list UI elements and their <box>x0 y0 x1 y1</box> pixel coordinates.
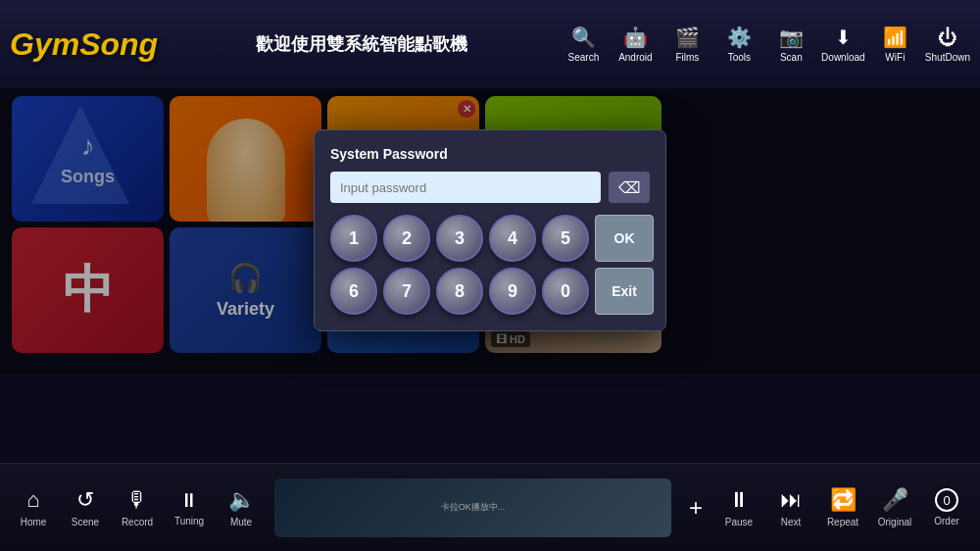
modal-overlay: System Password ⌫ 1 2 3 4 5 OK 6 7 8 9 0 <box>0 88 980 373</box>
mute-icon: 🔈 <box>228 487 255 513</box>
numpad-4[interactable]: 4 <box>489 215 536 262</box>
wifi-label: WiFi <box>885 52 905 63</box>
wifi-icon: 📶 <box>883 25 907 49</box>
home-button[interactable]: ⌂ Home <box>10 487 57 527</box>
search-icon: 🔍 <box>571 25 596 49</box>
original-icon: 🎤 <box>882 487 908 513</box>
order-icon: 0 <box>935 488 958 512</box>
app-logo: GymSong <box>10 26 158 63</box>
record-button[interactable]: 🎙 Record <box>114 487 161 527</box>
numpad-0[interactable]: 0 <box>542 268 589 315</box>
top-bar: GymSong 歡迎使用雙系統智能點歌機 🔍 Search 🤖 Android … <box>0 0 980 88</box>
original-label: Original <box>878 517 911 527</box>
bottom-bar: ⌂ Home ↺ Scene 🎙 Record ⏸ Tuning 🔈 Mute … <box>0 463 980 551</box>
now-playing-text: 卡拉OK播放中... <box>274 478 671 537</box>
tools-icon: ⚙️ <box>727 25 752 49</box>
home-icon: ⌂ <box>26 487 39 513</box>
system-password-modal: System Password ⌫ 1 2 3 4 5 OK 6 7 8 9 0 <box>314 129 666 331</box>
next-button[interactable]: ⏭ Next <box>767 487 814 527</box>
mute-label: Mute <box>230 517 252 527</box>
numpad-9[interactable]: 9 <box>489 268 536 315</box>
numpad-8[interactable]: 8 <box>436 268 483 315</box>
scene-button[interactable]: ↺ Scene <box>62 487 109 527</box>
exit-button[interactable]: Exit <box>595 268 654 315</box>
record-label: Record <box>122 517 153 527</box>
original-button[interactable]: 🎤 Original <box>871 487 918 527</box>
home-label: Home <box>21 517 47 527</box>
record-icon: 🎙 <box>126 487 148 513</box>
order-label: Order <box>934 516 959 526</box>
tuning-button[interactable]: ⏸ Tuning <box>166 489 213 526</box>
order-button[interactable]: 0 Order <box>923 488 970 526</box>
password-input[interactable] <box>330 172 601 203</box>
ok-button[interactable]: OK <box>595 215 654 262</box>
pause-label: Pause <box>725 517 753 527</box>
scan-icon: 📷 <box>779 25 804 49</box>
shutdown-button[interactable]: ⏻ ShutDown <box>925 26 970 63</box>
android-button[interactable]: 🤖 Android <box>613 25 658 63</box>
main-content: ♪ Songs 🎵 Category ✕ 🎵 New 中 🎧 Variety <box>0 88 980 365</box>
next-icon: ⏭ <box>780 487 802 513</box>
download-button[interactable]: ⬇ Download <box>821 25 865 63</box>
mute-button[interactable]: 🔈 Mute <box>218 487 265 527</box>
scene-label: Scene <box>72 517 99 527</box>
download-icon: ⬇ <box>835 25 852 49</box>
numpad-7[interactable]: 7 <box>383 268 430 315</box>
tools-label: Tools <box>728 52 751 63</box>
wifi-button[interactable]: 📶 WiFi <box>873 25 917 63</box>
android-icon: 🤖 <box>623 25 648 49</box>
tuning-icon: ⏸ <box>179 489 199 512</box>
films-label: Films <box>675 52 699 63</box>
top-icons: 🔍 Search 🤖 Android 🎬 Films ⚙️ Tools 📷 Sc… <box>562 25 970 63</box>
shutdown-label: ShutDown <box>925 52 970 63</box>
next-label: Next <box>781 517 802 527</box>
search-button[interactable]: 🔍 Search <box>562 25 606 63</box>
numpad-3[interactable]: 3 <box>436 215 483 262</box>
tagline: 歡迎使用雙系統智能點歌機 <box>172 32 552 56</box>
add-to-queue-button[interactable]: + <box>681 494 710 522</box>
numpad-1[interactable]: 1 <box>330 215 377 262</box>
scan-label: Scan <box>780 52 803 63</box>
shutdown-icon: ⏻ <box>938 26 957 49</box>
android-label: Android <box>618 52 652 63</box>
films-button[interactable]: 🎬 Films <box>665 25 710 63</box>
modal-title: System Password <box>330 146 650 162</box>
repeat-label: Repeat <box>827 517 858 527</box>
download-label: Download <box>821 52 864 63</box>
repeat-icon: 🔁 <box>830 487 857 513</box>
repeat-button[interactable]: 🔁 Repeat <box>819 487 866 527</box>
numpad-5[interactable]: 5 <box>542 215 589 262</box>
scene-icon: ↺ <box>76 487 94 513</box>
search-label: Search <box>568 52 600 63</box>
numpad-6[interactable]: 6 <box>330 268 377 315</box>
numpad-2[interactable]: 2 <box>383 215 430 262</box>
tools-button[interactable]: ⚙️ Tools <box>717 25 761 63</box>
scan-button[interactable]: 📷 Scan <box>769 25 813 63</box>
backspace-button[interactable]: ⌫ <box>609 172 650 203</box>
pause-button[interactable]: ⏸ Pause <box>715 487 762 527</box>
films-icon: 🎬 <box>675 25 700 49</box>
pause-icon: ⏸ <box>728 487 750 513</box>
tuning-label: Tuning <box>174 516 204 526</box>
now-playing-thumbnail: 卡拉OK播放中... <box>274 478 671 537</box>
